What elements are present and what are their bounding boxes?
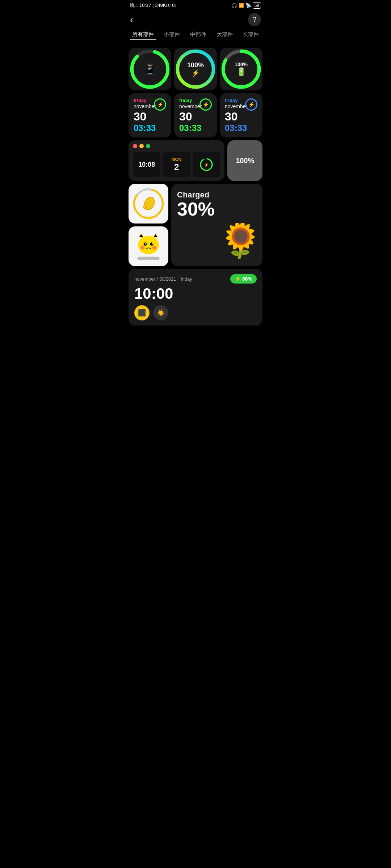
phone-icon: 📱 [144,64,156,75]
bottom-time: 10:00 [134,285,257,302]
help-button[interactable]: ? [248,13,261,26]
svg-point-12 [148,208,150,209]
widget-calendar-wide[interactable]: 10:08 MON 2 ⚡ [129,140,224,181]
header: ‹ ? [125,11,266,30]
dot-green [146,144,150,148]
bottom-charge-badge: ⚡ 86% [230,274,257,284]
clock3-charge-icon: ⚡ [245,98,257,111]
clock1-charge-icon: ⚡ [154,98,166,111]
tab-small[interactable]: 小部件 [161,30,182,40]
tab-bar: 所有部件 小部件 中部件 大部件 长部件 [125,30,266,44]
clock2-time: 03:33 [179,123,212,133]
headphone-icon: 🎧 [231,3,237,8]
status-bar: 晚上10:17 | 349K/s↑0↓ 🎧 📶 📡 59 [125,0,266,11]
bottom-icon-row: ⬛ ☀️ [134,305,257,320]
svg-point-21 [145,243,146,244]
widget-clock-1[interactable]: friday november 30 03:33 ⚡ [129,93,171,137]
clock1-date: 30 [134,111,166,122]
signal-icon: 📶 [239,3,244,8]
square-percent: 100% [236,157,254,165]
bottom-date: november / 30/2021 [134,276,176,282]
widget-bottom-date[interactable]: november / 30/2021 friday ⚡ 86% 10:00 ⬛ … [129,269,262,326]
wifi-icon: 📡 [245,3,251,8]
wide-inner: 10:08 MON 2 ⚡ [133,152,220,177]
wide-day-num: 2 [174,162,179,172]
bottom-date-row: november / 30/2021 friday ⚡ 86% [134,274,257,284]
widget-ring-charge[interactable]: 100% ⚡ [174,48,217,90]
widget-row-3: 10:08 MON 2 ⚡ 100% [129,140,262,181]
svg-point-14 [138,236,159,254]
svg-rect-25 [137,257,159,260]
tab-all[interactable]: 所有部件 [130,30,156,40]
widget-clock-2[interactable]: friday november 30 03:33 ⚡ [174,93,217,137]
svg-point-20 [150,242,154,246]
traffic-lights [133,144,220,148]
svg-point-23 [140,246,144,250]
widget-banana[interactable] [129,184,168,224]
wide-day-cell: MON 2 [163,152,190,177]
bottom-icon-square[interactable]: ⬛ [134,305,150,320]
widget-charged[interactable]: Charged 30% 🌻 [171,184,262,266]
widget-row-1: 📱 100% ⚡ [129,48,262,90]
widget-phone-ring[interactable]: 📱 [129,48,171,90]
bottom-date-text: november / 30/2021 friday [134,276,192,282]
clock2-date: 30 [179,111,212,122]
clock1-time: 03:33 [134,123,166,133]
svg-point-13 [151,207,152,208]
widget-clock-3[interactable]: friday november 30 03:33 ⚡ [220,93,262,137]
tab-long[interactable]: 长部件 [240,30,261,40]
widget-pikachu[interactable] [129,226,168,266]
status-time: 晚上10:17 | 349K/s↑0↓ [130,2,177,9]
svg-text:⚡: ⚡ [204,162,209,167]
widget-row-2: friday november 30 03:33 ⚡ friday novemb… [129,93,262,137]
clock3-date: 30 [225,111,257,122]
widget-icon-column [129,184,168,266]
svg-point-19 [144,242,147,246]
svg-point-22 [152,243,153,244]
tab-large[interactable]: 大部件 [214,30,235,40]
clock2-charge-icon: ⚡ [199,98,212,111]
back-button[interactable]: ‹ [130,14,133,25]
bottom-battery-percent: ⚡ 86% [235,276,252,282]
tab-medium[interactable]: 中部件 [188,30,209,40]
dot-yellow [139,144,144,148]
widget-section: 📱 100% ⚡ [125,44,266,332]
svg-point-24 [152,246,156,250]
status-icons: 🎧 📶 📡 59 [231,2,261,9]
wide-charge-cell: ⚡ [193,152,220,177]
battery-label: 59 [253,2,261,9]
bottom-icon-brightness[interactable]: ☀️ [153,305,168,320]
wide-time-cell: 10:08 [133,152,160,177]
widget-ring-battery[interactable]: 100% 🔋 [220,48,262,90]
widget-square-100[interactable]: 100% [227,140,262,181]
svg-point-11 [146,206,148,208]
widget-row-4: Charged 30% 🌻 [129,184,262,266]
clock3-time: 03:33 [225,123,257,133]
dot-red [133,144,137,148]
wide-time: 10:08 [138,161,155,169]
charged-percent: 30% [177,200,257,218]
wide-day-label: MON [172,157,182,162]
bottom-day: friday [181,276,192,282]
